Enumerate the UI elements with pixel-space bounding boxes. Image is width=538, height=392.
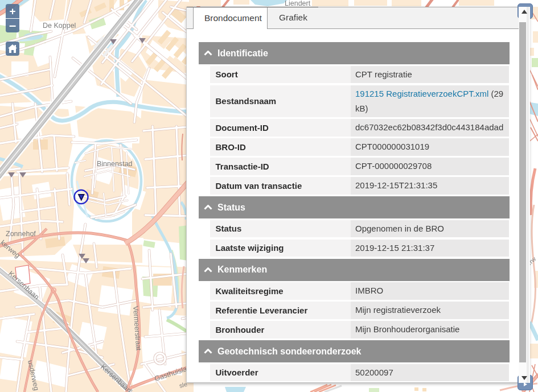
svg-text:Zonnehof: Zonnehof <box>6 230 36 238</box>
svg-text:Binnenstad: Binnenstad <box>97 160 133 168</box>
svg-text:De Koppel: De Koppel <box>43 22 76 30</box>
